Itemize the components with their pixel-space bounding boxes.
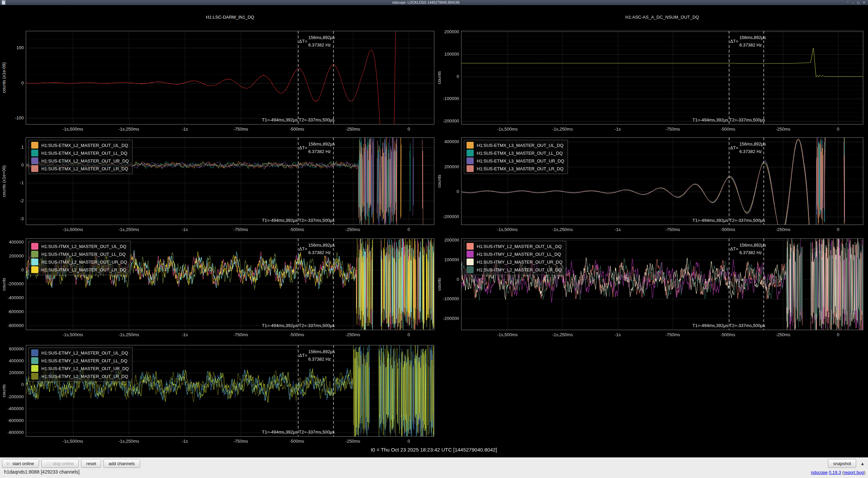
legend-channel-label: H1:SUS-ITMY_L2_MASTER_OUT_UL_DQ xyxy=(477,244,562,249)
y-tick-label: 200000 xyxy=(0,253,24,259)
y-tick-label: 400000 xyxy=(0,358,24,363)
window-titlebar: ndscope: LOCKLOSS 1445279040.804199 ⌃ – … xyxy=(0,0,868,5)
legend-swatch-icon xyxy=(31,357,38,364)
y-tick-label: 200000 xyxy=(433,164,459,169)
legend-item[interactable]: H1:SUS-ETMX_L2_MASTER_OUT_LR_DQ xyxy=(31,165,129,172)
version-link[interactable]: 0.19.3 xyxy=(829,470,841,475)
legend-item[interactable]: H1:SUS-ITMY_L2_MASTER_OUT_LL_DQ xyxy=(467,251,563,257)
delta-t-annotation: ΔT=156ms,892µs6.37382 Hz xyxy=(730,243,766,255)
maximize-window-icon[interactable]: ▢ xyxy=(857,1,860,4)
window-icon xyxy=(2,0,5,5)
legend-swatch-icon xyxy=(31,157,38,164)
legend-channel-label: H1:SUS-ITMX_L2_MASTER_OUT_UR_DQ xyxy=(41,260,127,265)
legend-item[interactable]: H1:SUS-ITMX_L2_MASTER_OUT_LR_DQ xyxy=(31,266,127,273)
y-tick-label: 0 xyxy=(0,162,24,168)
report-bug-link[interactable]: report bug xyxy=(844,470,864,475)
delta-t-annotation: ΔT=156ms,892µs6.37382 Hz xyxy=(299,141,335,154)
y-tick-label: -2 xyxy=(0,198,24,203)
legend-item[interactable]: H1:SUS-ETMX_L3_MASTER_OUT_UL_DQ xyxy=(467,142,564,149)
ndscope-link[interactable]: ndscope xyxy=(811,470,827,475)
legend-swatch-icon xyxy=(31,251,38,257)
add-channels-button[interactable]: add channels xyxy=(103,459,140,468)
legend-item[interactable]: H1:SUS-ETMY_L2_MASTER_OUT_UR_DQ xyxy=(31,365,129,372)
legend-item[interactable]: H1:SUS-ITMY_L2_MASTER_OUT_UL_DQ xyxy=(467,243,563,250)
delta-t-annotation: ΔT=156ms,892µs6.37382 Hz xyxy=(299,349,335,362)
y-tick-label: 0 xyxy=(0,80,24,85)
nds-server-status: h1daqnds1:8088 [429233 channels] xyxy=(4,469,80,475)
x-tick-label: 0 xyxy=(816,332,860,337)
x-tick-label: -1s xyxy=(596,332,640,337)
x-tick-label: -500ms xyxy=(275,439,319,444)
x-tick-label: -1s,500ms xyxy=(51,439,95,444)
legend-item[interactable]: H1:SUS-ITMY_L2_MASTER_OUT_LR_DQ xyxy=(467,266,563,273)
legend-channel-label: H1:SUS-ETMX_L2_MASTER_OUT_UL_DQ xyxy=(41,143,128,148)
legend-item[interactable]: H1:SUS-ITMX_L2_MASTER_OUT_UR_DQ xyxy=(31,259,127,265)
legend-swatch-icon xyxy=(31,142,38,149)
close-window-icon[interactable]: ✕ xyxy=(863,1,865,4)
y-tick-label: 200000 xyxy=(433,237,459,243)
y-tick-label: -400000 xyxy=(0,295,24,300)
y-tick-label: 200000 xyxy=(0,370,24,375)
legend-channel-label: H1:SUS-ITMY_L2_MASTER_OUT_LR_DQ xyxy=(477,267,562,272)
plots-area: H1:LSC-DARM_IN1_DQcounts (x1e-09)1000-10… xyxy=(0,5,868,456)
y-axis-label: counts xyxy=(437,137,442,225)
y-tick-label: 1 xyxy=(0,145,24,150)
legend-swatch-icon xyxy=(31,150,38,156)
expand-panel-icon[interactable]: ▲ xyxy=(860,461,865,466)
plot-etmy_l2[interactable]: counts6000004000002000000-200000-400000-… xyxy=(0,324,434,448)
legend-etmx_l2: H1:SUS-ETMX_L2_MASTER_OUT_UL_DQH1:SUS-ET… xyxy=(28,140,133,174)
legend-item[interactable]: H1:SUS-ETMX_L3_MASTER_OUT_LL_DQ xyxy=(467,150,564,156)
x-tick-label: -250ms xyxy=(761,332,805,337)
stop-online-button[interactable]: ▢ stop online xyxy=(41,459,79,468)
legend-swatch-icon xyxy=(467,259,474,265)
legend-item[interactable]: H1:SUS-ETMY_L2_MASTER_OUT_UL_DQ xyxy=(31,349,129,356)
legend-item[interactable]: H1:SUS-ITMX_L2_MASTER_OUT_LL_DQ xyxy=(31,251,127,257)
legend-item[interactable]: H1:SUS-ITMY_L2_MASTER_OUT_UR_DQ xyxy=(467,259,563,265)
y-tick-label: -200000 xyxy=(0,281,24,286)
legend-channel-label: H1:SUS-ITMX_L2_MASTER_OUT_LL_DQ xyxy=(41,252,126,257)
x-tick-label: -1s,500ms xyxy=(486,332,530,337)
legend-item[interactable]: H1:SUS-ETMY_L2_MASTER_OUT_LR_DQ xyxy=(31,373,129,380)
legend-channel-label: H1:SUS-ETMY_L2_MASTER_OUT_UL_DQ xyxy=(41,350,128,356)
shade-window-icon[interactable]: ⌃ xyxy=(846,1,849,4)
delta-t-annotation: ΔT=156ms,892µs6.37382 Hz xyxy=(730,141,766,154)
minimize-window-icon[interactable]: – xyxy=(852,1,854,4)
legend-channel-label: H1:SUS-ITMY_L2_MASTER_OUT_LL_DQ xyxy=(477,252,561,257)
legend-item[interactable]: H1:SUS-ETMX_L2_MASTER_OUT_UL_DQ xyxy=(31,142,129,149)
legend-swatch-icon xyxy=(31,243,38,250)
start-online-button[interactable]: ▷ start online xyxy=(2,459,39,468)
plot-canvas-darm[interactable] xyxy=(26,31,434,125)
about-links: ndscope 0.19.3 (report bug) xyxy=(811,470,865,475)
x-tick-label: -250ms xyxy=(331,439,375,444)
x-tick-label: -1s xyxy=(163,439,207,444)
legend-swatch-icon xyxy=(467,165,474,172)
t0-label: t0 = Thu Oct 23 2025 18:23:42 UTC [14452… xyxy=(0,447,868,453)
plot-itmy_l2[interactable]: counts2000001000000-100000-200000-1s,500… xyxy=(434,217,863,341)
legend-item[interactable]: H1:SUS-ITMX_L2_MASTER_OUT_UL_DQ xyxy=(31,243,127,250)
x-tick-label: -1s,250ms xyxy=(540,332,585,337)
legend-channel-label: H1:SUS-ETMX_L3_MASTER_OUT_LL_DQ xyxy=(477,151,563,156)
y-tick-label: 0 xyxy=(433,189,459,194)
legend-swatch-icon xyxy=(31,266,38,273)
plot-itmx_l2[interactable]: counts4000002000000-200000-400000-600000… xyxy=(0,217,434,341)
legend-channel-label: H1:SUS-ETMY_L2_MASTER_OUT_UR_DQ xyxy=(41,366,129,371)
legend-item[interactable]: H1:SUS-ETMX_L2_MASTER_OUT_LL_DQ xyxy=(31,150,129,156)
legend-channel-label: H1:SUS-ETMX_L2_MASTER_OUT_LL_DQ xyxy=(41,151,127,156)
y-tick-label: 600000 xyxy=(0,346,24,351)
snapshot-button[interactable]: snapshot xyxy=(828,459,856,468)
legend-item[interactable]: H1:SUS-ETMY_L2_MASTER_OUT_LL_DQ xyxy=(31,357,129,364)
y-tick-label: 400000 xyxy=(433,139,459,144)
y-tick-label: -200000 xyxy=(0,394,24,399)
legend-item[interactable]: H1:SUS-ETMX_L2_MASTER_OUT_UR_DQ xyxy=(31,157,129,164)
plot-canvas-asc[interactable] xyxy=(461,31,863,125)
play-icon: ▷ xyxy=(7,461,10,466)
legend-channel-label: H1:SUS-ETMY_L2_MASTER_OUT_LL_DQ xyxy=(41,358,127,363)
y-tick-label: 200000 xyxy=(433,29,459,34)
x-tick-label: -750ms xyxy=(219,439,263,444)
legend-swatch-icon xyxy=(31,259,38,265)
x-tick-label: -500ms xyxy=(706,332,750,337)
legend-item[interactable]: H1:SUS-ETMX_L3_MASTER_OUT_LR_DQ xyxy=(467,165,564,172)
reset-button[interactable]: reset xyxy=(81,459,101,468)
legend-item[interactable]: H1:SUS-ETMX_L3_MASTER_OUT_UR_DQ xyxy=(467,157,564,164)
legend-channel-label: H1:SUS-ETMY_L2_MASTER_OUT_LR_DQ xyxy=(41,374,128,379)
